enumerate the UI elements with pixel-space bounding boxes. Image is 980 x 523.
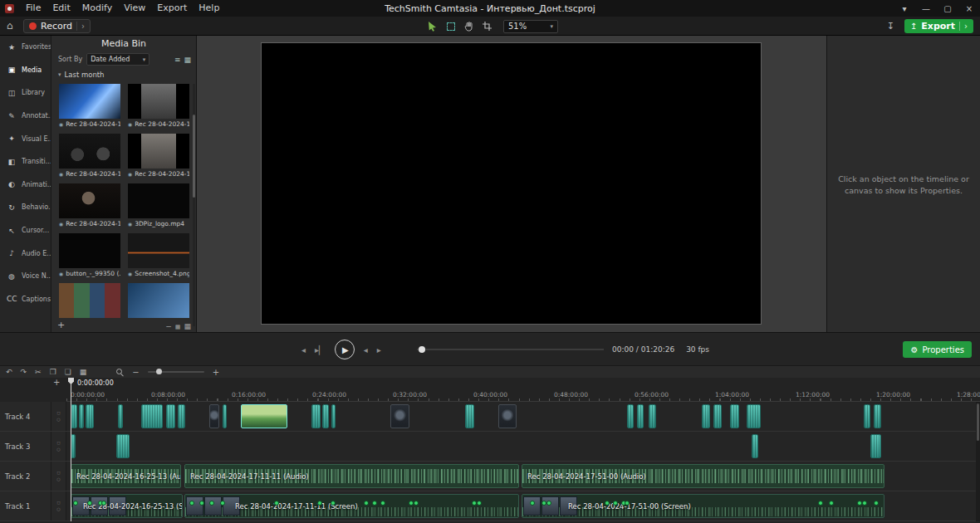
timeline-clip[interactable] bbox=[331, 404, 336, 428]
sidebar-item-media[interactable]: ▣ Media bbox=[0, 59, 51, 82]
audio-clip[interactable]: Rec 28-04-2024-17-51-00 (Audio) bbox=[522, 464, 884, 488]
timeline-zoom-out-button[interactable]: − bbox=[132, 368, 139, 377]
shrink-thumbnails-icon[interactable]: − bbox=[165, 322, 172, 330]
export-chevron-icon[interactable]: › bbox=[959, 22, 968, 31]
crop-tool-button[interactable] bbox=[481, 20, 493, 32]
timeline-clip[interactable] bbox=[713, 404, 722, 428]
timeline-clip[interactable] bbox=[116, 434, 130, 458]
track-visibility-icon[interactable]: ○ bbox=[56, 447, 60, 452]
previous-clip-button[interactable]: ◂ bbox=[364, 345, 368, 354]
sidebar-item-voice-narration[interactable]: ◍ Voice N... bbox=[0, 265, 51, 288]
timeline-zoom-handle[interactable] bbox=[156, 369, 162, 374]
sidebar-item-favorites[interactable]: ★ Favorites bbox=[0, 36, 51, 59]
paste-icon[interactable]: ❏ bbox=[65, 368, 71, 376]
track-visibility-icon[interactable]: ○ bbox=[56, 418, 60, 422]
menu-item[interactable]: File bbox=[20, 0, 47, 17]
sidebar-item-transitions[interactable]: ◧ Transiti... bbox=[0, 150, 51, 174]
timeline-clip[interactable] bbox=[223, 404, 227, 428]
timeline-clip[interactable] bbox=[71, 404, 77, 428]
timeline-clip[interactable] bbox=[118, 404, 123, 428]
add-track-button[interactable]: + bbox=[53, 378, 60, 387]
timeline-clip[interactable] bbox=[649, 404, 656, 428]
Rec 28-04-2024-1...[interactable]: ◉ Rec 28-04-2024-1... bbox=[59, 183, 120, 227]
timeline-ruler[interactable]: 0:00:00:000:08:00:000:16:00:000:24:00:00… bbox=[66, 389, 980, 402]
audio-clip[interactable]: Rec 28-04-2024-17-11-11 (Audio) bbox=[184, 464, 519, 488]
timeline-clip[interactable] bbox=[390, 404, 409, 428]
timeline-clip[interactable] bbox=[627, 404, 634, 428]
grid-view-icon[interactable]: ▦ bbox=[184, 56, 191, 64]
sidebar-item-behaviors[interactable]: ↻ Behavio... bbox=[0, 196, 51, 219]
record-chevron-icon[interactable]: › bbox=[76, 22, 85, 31]
timeline-clip[interactable] bbox=[311, 404, 321, 428]
cursor-tool-button[interactable] bbox=[426, 20, 439, 32]
close-button[interactable]: × bbox=[958, 0, 980, 17]
track-lane[interactable] bbox=[66, 432, 980, 461]
sidebar-item-animations[interactable]: ◐ Animati... bbox=[0, 174, 51, 197]
Rec 28-04-2024-1...[interactable]: ◉ Rec 28-04-2024-1... bbox=[128, 84, 189, 128]
record-button[interactable]: Record › bbox=[23, 19, 91, 33]
selection-tool-button[interactable] bbox=[444, 20, 457, 32]
audio-clip[interactable]: Rec 28-04-2024-16-25-13 (Audio) bbox=[71, 464, 181, 488]
home-icon[interactable]: ⌂ bbox=[7, 20, 13, 32]
redo-icon[interactable]: ↷ bbox=[21, 368, 27, 376]
track-lock-icon[interactable]: ◻ bbox=[56, 501, 60, 505]
sidebar-item-annotations[interactable]: ✎ Annotat... bbox=[0, 105, 51, 128]
sidebar-item-captions[interactable]: CC Captions bbox=[0, 288, 51, 311]
next-clip-button[interactable]: ▸ bbox=[377, 345, 381, 354]
button_-_99350 (...[interactable]: ◉ button_-_99350 (... bbox=[59, 233, 120, 277]
menu-item[interactable]: Modify bbox=[76, 0, 118, 17]
screen-clip[interactable]: Rec 28-04-2024-16-25-13 (Screen) bbox=[71, 494, 183, 518]
sidebar-item-library[interactable]: ◫ Library bbox=[0, 81, 51, 105]
timeline-clip[interactable] bbox=[747, 404, 761, 428]
timeline-clip[interactable] bbox=[874, 404, 881, 428]
timeline-clip[interactable] bbox=[498, 404, 517, 428]
screen-clip[interactable]: Rec 28-04-2024-17-51-00 (Screen) bbox=[522, 494, 884, 518]
playhead[interactable] bbox=[71, 378, 71, 521]
timeline-clip[interactable] bbox=[241, 404, 287, 428]
scrubber-handle[interactable] bbox=[419, 346, 425, 353]
properties-button[interactable]: ⚙ Properties bbox=[903, 341, 972, 358]
timeline-clip[interactable] bbox=[730, 404, 739, 428]
timeline-clip[interactable] bbox=[86, 404, 94, 428]
undo-icon[interactable]: ↶ bbox=[6, 368, 12, 376]
timeline-clip[interactable] bbox=[864, 404, 870, 428]
menu-item[interactable]: Help bbox=[193, 0, 225, 17]
timeline-zoom-slider[interactable] bbox=[148, 371, 204, 373]
media-item[interactable] bbox=[128, 283, 189, 324]
timeline-clip[interactable] bbox=[870, 434, 881, 458]
track-lock-icon[interactable]: ◻ bbox=[56, 411, 60, 415]
split-icon[interactable]: ▦ bbox=[80, 368, 87, 376]
screen-clip[interactable]: Rec 28-04-2024-17-11-11 (Screen) bbox=[184, 494, 519, 518]
track-lane[interactable] bbox=[66, 402, 980, 431]
sidebar-item-visual-effects[interactable]: ✦ Visual E... bbox=[0, 127, 51, 150]
Rec 28-04-2024-1...[interactable]: ◉ Rec 28-04-2024-1... bbox=[128, 134, 189, 178]
large-grid-icon[interactable]: ▦ bbox=[184, 322, 191, 330]
media-item[interactable] bbox=[59, 283, 120, 324]
media-scrollbar-thumb[interactable] bbox=[193, 115, 195, 198]
timeline-clip[interactable] bbox=[465, 404, 474, 428]
track-visibility-icon[interactable]: ○ bbox=[56, 507, 60, 511]
menu-item[interactable]: Export bbox=[151, 0, 193, 17]
track-visibility-icon[interactable]: ○ bbox=[56, 477, 60, 481]
timeline-clip[interactable] bbox=[141, 404, 163, 428]
timeline-zoom-in-button[interactable]: + bbox=[213, 368, 219, 377]
minimize-button[interactable]: — bbox=[915, 0, 937, 17]
timeline-clip[interactable] bbox=[637, 404, 644, 428]
import-media-button[interactable]: + bbox=[57, 320, 65, 330]
previous-frame-button[interactable]: ◂ bbox=[301, 345, 306, 354]
window-dropdown-caret[interactable]: ▾ bbox=[894, 0, 915, 17]
menu-item[interactable]: Edit bbox=[47, 0, 76, 17]
play-button[interactable]: ▶ bbox=[335, 340, 355, 359]
download-icon[interactable]: ↧ bbox=[887, 21, 894, 32]
sidebar-item-cursor-effects[interactable]: ↖ Cursor... bbox=[0, 219, 51, 242]
Screenshot_4.png[interactable]: ◉ Screenshot_4.png bbox=[128, 233, 189, 277]
scrubber-track[interactable] bbox=[417, 349, 604, 350]
copy-icon[interactable]: ❐ bbox=[50, 368, 56, 376]
small-grid-icon[interactable]: ▦ bbox=[175, 324, 181, 330]
timeline-clip[interactable] bbox=[702, 404, 710, 428]
timeline-clip[interactable] bbox=[166, 404, 175, 428]
track-lock-icon[interactable]: ◻ bbox=[56, 441, 60, 445]
Rec 28-04-2024-1...[interactable]: ◉ Rec 28-04-2024-1... bbox=[59, 84, 120, 128]
export-button[interactable]: ↥ Export › bbox=[904, 19, 973, 33]
timeline-clip[interactable] bbox=[209, 404, 219, 428]
